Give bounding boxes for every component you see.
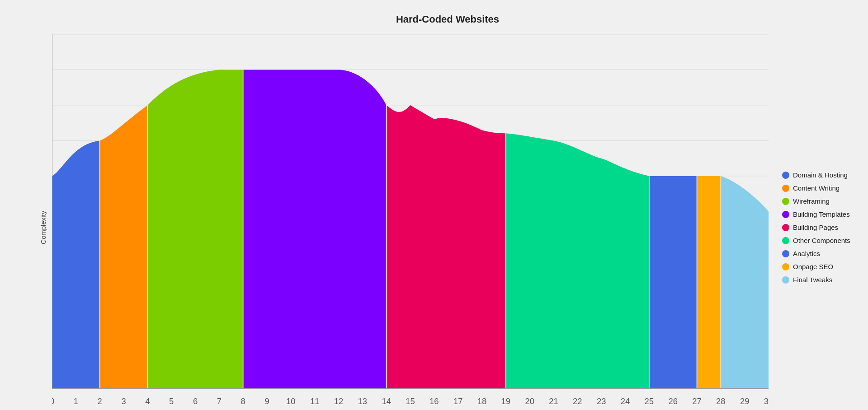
svg-text:20: 20 [525,396,534,406]
chart-container: Hard-Coded Websites Complexity [0,0,868,410]
legend-item: Other Components [782,237,854,244]
legend-label: Building Templates [793,210,850,218]
svg-text:25: 25 [645,396,654,406]
svg-text:27: 27 [692,396,701,406]
legend-label: Building Pages [793,224,838,231]
svg-text:0: 0 [52,396,54,406]
svg-text:29: 29 [740,396,749,406]
legend-item: Content Writing [782,184,854,192]
svg-text:9: 9 [264,396,269,406]
svg-text:23: 23 [597,396,606,406]
legend-label: Final Tweaks [793,276,832,284]
svg-text:1: 1 [74,396,78,406]
legend-color-dot [782,224,789,231]
legend-item: Building Pages [782,224,854,231]
svg-text:13: 13 [358,396,367,406]
legend-label: Wireframing [793,197,830,205]
svg-text:17: 17 [453,396,462,406]
svg-text:5: 5 [169,396,174,406]
legend-item: Final Tweaks [782,276,854,284]
svg-text:19: 19 [501,396,510,406]
legend-item: Domain & Hosting [782,171,854,179]
svg-text:30: 30 [764,396,769,406]
svg-text:8: 8 [241,396,245,406]
legend-item: Onpage SEO [782,263,854,270]
svg-text:12: 12 [334,396,343,406]
legend-color-dot [782,211,789,218]
svg-text:15: 15 [406,396,415,406]
legend-label: Other Components [793,237,850,244]
svg-text:16: 16 [429,396,439,406]
legend-color-dot [782,276,789,284]
svg-text:6: 6 [193,396,198,406]
legend-item: Analytics [782,250,854,257]
legend-item: Building Templates [782,210,854,218]
plot-area: 0 1 2 3 4 5 6 7 8 9 10 0 1 2 3 [52,34,769,410]
svg-text:7: 7 [217,396,222,406]
svg-text:11: 11 [310,396,319,406]
legend-color-dot [782,172,789,179]
svg-text:24: 24 [621,396,630,406]
svg-text:14: 14 [382,396,391,406]
svg-text:10: 10 [286,396,295,406]
svg-text:21: 21 [549,396,558,406]
legend-item: Wireframing [782,197,854,205]
svg-text:4: 4 [145,396,150,406]
svg-text:2: 2 [98,396,102,406]
legend-color-dot [782,185,789,192]
svg-text:3: 3 [121,396,126,406]
legend-color-dot [782,263,789,270]
chart-title: Hard-Coded Websites [396,14,499,25]
svg-text:26: 26 [668,396,677,406]
legend-label: Onpage SEO [793,263,833,270]
legend-color-dot [782,198,789,205]
legend-label: Domain & Hosting [793,171,848,179]
legend-label: Analytics [793,250,820,257]
svg-text:18: 18 [477,396,486,406]
legend-label: Content Writing [793,184,840,192]
svg-text:22: 22 [573,396,582,406]
main-chart-svg: 0 1 2 3 4 5 6 7 8 9 10 0 1 2 3 [52,34,769,410]
svg-text:28: 28 [716,396,725,406]
chart-legend: Domain & HostingContent WritingWireframi… [769,34,859,410]
legend-color-dot [782,237,789,244]
legend-color-dot [782,250,789,257]
y-axis-label: Complexity [36,34,50,410]
